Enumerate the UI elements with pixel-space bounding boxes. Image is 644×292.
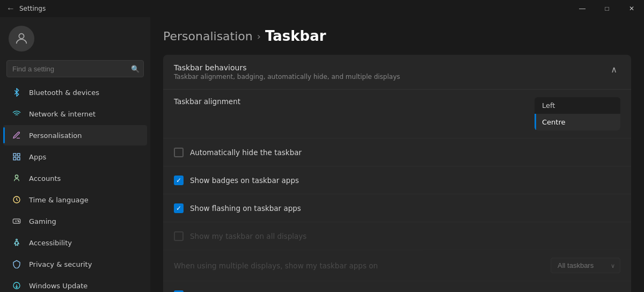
time-icon [12, 195, 21, 205]
all-displays-wrap: Show my taskbar on all displays [174, 231, 306, 241]
sidebar-item-accessibility[interactable]: Accessibility [3, 232, 147, 253]
show-flashing-wrap: Show flashing on taskbar apps [174, 203, 301, 213]
auto-hide-checkbox[interactable] [174, 148, 184, 157]
show-flashing-checkbox[interactable] [174, 203, 184, 213]
card-title: Taskbar behaviours [174, 63, 400, 72]
show-badges-checkbox[interactable] [174, 176, 184, 185]
gaming-label: Gaming [29, 217, 56, 225]
taskbar-behaviours-card: Taskbar behaviours Taskbar alignment, ba… [163, 55, 631, 292]
sidebar-item-network[interactable]: Network & internet [3, 104, 147, 124]
show-flashing-label: Show flashing on taskbar apps [190, 204, 301, 213]
alignment-option-left[interactable]: Left [535, 97, 620, 114]
svg-point-12 [16, 239, 18, 240]
settings-window: ← Settings — □ ✕ 🔍 [0, 0, 644, 292]
titlebar: ← Settings — □ ✕ [0, 0, 644, 17]
content-area: 🔍 Bluetooth & devices Network & internet [0, 17, 644, 292]
share-window-wrap: Share any window from my taskbar [174, 290, 319, 293]
close-button[interactable]: ✕ [619, 0, 644, 17]
gaming-icon [12, 216, 21, 226]
accessibility-icon [12, 238, 21, 247]
alignment-options: Left Centre [535, 97, 620, 130]
sidebar-item-privacy[interactable]: Privacy & security [3, 254, 147, 274]
all-displays-row: Show my taskbar on all displays [163, 222, 631, 250]
sidebar: 🔍 Bluetooth & devices Network & internet [0, 17, 150, 292]
svg-rect-3 [13, 157, 16, 160]
alignment-label: Taskbar alignment [174, 97, 240, 106]
titlebar-controls: — □ ✕ [570, 0, 644, 17]
update-icon [12, 281, 21, 290]
svg-point-5 [15, 175, 18, 178]
accounts-label: Accounts [29, 174, 61, 182]
card-subtitle: Taskbar alignment, badging, automaticall… [174, 73, 400, 81]
auto-hide-row: Automatically hide the taskbar [163, 138, 631, 166]
privacy-label: Privacy & security [29, 260, 92, 268]
show-badges-label: Show badges on taskbar apps [190, 176, 299, 185]
sidebar-item-personalisation[interactable]: Personalisation [3, 125, 147, 145]
personalisation-icon [12, 130, 21, 140]
all-displays-label: Show my taskbar on all displays [190, 232, 306, 240]
sidebar-item-apps[interactable]: Apps [3, 147, 147, 167]
maximize-button[interactable]: □ [595, 0, 619, 17]
auto-hide-wrap: Automatically hide the taskbar [174, 148, 302, 157]
show-badges-row: Show badges on taskbar apps [163, 166, 631, 194]
search-box: 🔍 [6, 60, 144, 77]
minimize-button[interactable]: — [570, 0, 595, 17]
sidebar-item-gaming[interactable]: Gaming [3, 211, 147, 231]
sidebar-item-bluetooth[interactable]: Bluetooth & devices [3, 82, 147, 103]
svg-rect-2 [17, 154, 20, 156]
show-flashing-row: Show flashing on taskbar apps [163, 194, 631, 222]
breadcrumb-parent[interactable]: Personalisation [163, 30, 253, 43]
back-button[interactable]: ← [6, 4, 15, 13]
taskbar-alignment-row: Taskbar alignment Left Centre [163, 90, 631, 138]
accounts-icon [12, 173, 21, 183]
update-label: Windows Update [29, 282, 87, 290]
share-window-checkbox[interactable] [174, 290, 184, 293]
titlebar-left: ← Settings [6, 4, 46, 13]
svg-point-11 [18, 221, 19, 222]
avatar [9, 26, 34, 52]
breadcrumb-separator: › [257, 31, 261, 42]
apps-label: Apps [29, 153, 46, 161]
main-content: Personalisation › Taskbar Taskbar behavi… [150, 17, 644, 292]
breadcrumb: Personalisation › Taskbar [163, 28, 631, 44]
search-input[interactable] [6, 60, 144, 77]
multi-display-row: When using multiple displays, show my ta… [163, 250, 631, 281]
accessibility-label: Accessibility [29, 239, 72, 247]
multi-display-select-wrap: All taskbars [551, 258, 620, 273]
svg-rect-4 [17, 157, 20, 160]
card-header: Taskbar behaviours Taskbar alignment, ba… [163, 55, 631, 90]
all-displays-checkbox[interactable] [174, 231, 184, 241]
titlebar-title: Settings [19, 5, 46, 12]
sidebar-item-update[interactable]: Windows Update [3, 275, 147, 292]
show-badges-wrap: Show badges on taskbar apps [174, 176, 299, 185]
privacy-icon [12, 259, 21, 269]
svg-rect-1 [13, 154, 16, 156]
bluetooth-icon [12, 87, 21, 97]
search-icon: 🔍 [131, 65, 140, 73]
bluetooth-label: Bluetooth & devices [29, 89, 99, 97]
sidebar-item-time[interactable]: Time & language [3, 189, 147, 210]
card-header-text: Taskbar behaviours Taskbar alignment, ba… [174, 63, 400, 81]
network-label: Network & internet [29, 110, 96, 118]
breadcrumb-current: Taskbar [265, 28, 326, 44]
network-icon [12, 109, 21, 119]
share-window-row: Share any window from my taskbar [163, 281, 631, 292]
multi-display-select[interactable]: All taskbars [551, 258, 620, 273]
sidebar-item-accounts[interactable]: Accounts [3, 168, 147, 188]
apps-icon [12, 152, 21, 162]
user-section [0, 17, 150, 58]
collapse-button[interactable]: ∧ [608, 63, 620, 76]
personalisation-label: Personalisation [29, 132, 82, 140]
alignment-option-centre[interactable]: Centre [535, 114, 620, 130]
time-label: Time & language [29, 196, 89, 204]
svg-point-0 [19, 34, 24, 39]
auto-hide-label: Automatically hide the taskbar [190, 148, 302, 157]
multi-display-label: When using multiple displays, show my ta… [174, 261, 378, 270]
